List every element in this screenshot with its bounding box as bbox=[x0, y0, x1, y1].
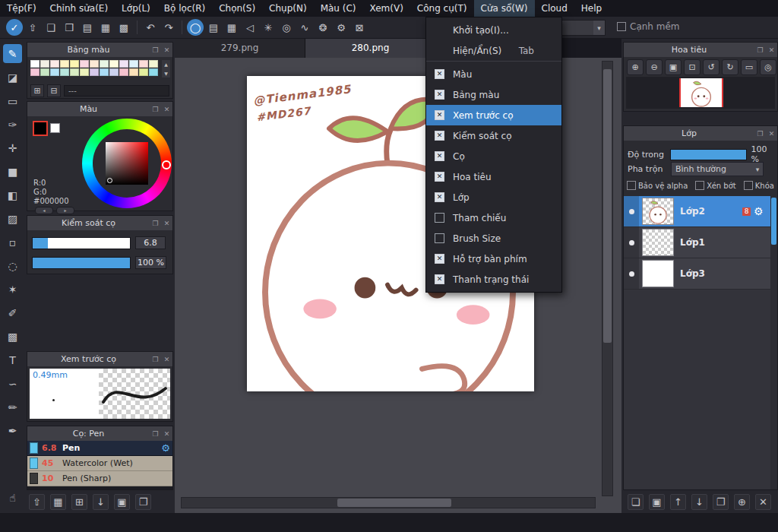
brush-row[interactable]: 45 Watercolor (Wet) ⚙ bbox=[27, 456, 172, 471]
scroll-up-icon[interactable]: ▲ bbox=[162, 60, 170, 69]
zoom-out-icon[interactable]: ⊖ bbox=[646, 59, 663, 75]
brush-size-value[interactable]: 6.8 bbox=[135, 236, 166, 249]
check-circle-icon[interactable]: ✓ bbox=[6, 19, 23, 36]
sort-icon[interactable]: ↓ bbox=[93, 494, 109, 510]
palette-swatch[interactable] bbox=[80, 60, 89, 68]
palette-swatch[interactable] bbox=[139, 68, 148, 76]
palette-swatch[interactable] bbox=[129, 68, 138, 76]
tab-280[interactable]: 280.png bbox=[305, 38, 436, 58]
palette-swatch[interactable] bbox=[129, 60, 138, 68]
scroll-down-icon[interactable]: ▼ bbox=[162, 69, 170, 78]
move-tool-icon[interactable]: ✛ bbox=[3, 138, 22, 157]
palette-swatch[interactable] bbox=[60, 60, 69, 68]
menu-item-show-hide[interactable]: Hiện/Ẩn(S) Tab bbox=[426, 40, 561, 62]
hand-tool-icon[interactable]: ☝ bbox=[3, 488, 22, 507]
palette-swatch[interactable] bbox=[50, 68, 59, 76]
eyedropper-tool-icon[interactable]: ✒ bbox=[3, 421, 22, 440]
eraser-tool-icon[interactable]: ◪ bbox=[3, 68, 22, 87]
layer-visibility-toggle[interactable] bbox=[624, 227, 639, 258]
menu-edit[interactable]: Chỉnh sửa(E) bbox=[43, 0, 115, 17]
menu-item-brush-control[interactable]: Kiểm soát cọ bbox=[426, 125, 561, 146]
scrollbar-thumb[interactable] bbox=[771, 198, 776, 245]
note-icon[interactable]: ❒ bbox=[61, 19, 77, 36]
prev-color-icon[interactable]: ◂ bbox=[35, 207, 53, 214]
menu-file[interactable]: Tệp(F) bbox=[0, 0, 43, 17]
hatch-icon[interactable]: ▤ bbox=[205, 19, 222, 36]
palette-swatch[interactable] bbox=[40, 68, 49, 76]
blend-mode-select[interactable]: Bình thường ▾ bbox=[671, 162, 764, 176]
reset-view-icon[interactable]: ◎ bbox=[760, 59, 776, 75]
canvas-vertical-scrollbar[interactable] bbox=[602, 61, 613, 496]
menu-tool[interactable]: Công cụ(T) bbox=[410, 0, 474, 17]
brush-row[interactable]: 10 Pen (Sharp) ⚙ bbox=[27, 471, 172, 486]
rotate-right-icon[interactable]: ↻ bbox=[722, 59, 738, 75]
popout-icon[interactable]: ❐ bbox=[150, 46, 161, 54]
palette-swatch[interactable] bbox=[119, 60, 128, 68]
close-icon[interactable]: ✕ bbox=[766, 46, 777, 54]
layer-option[interactable]: Khóa bbox=[744, 181, 774, 190]
menu-item-navigator[interactable]: Hoa tiêu bbox=[426, 166, 561, 187]
popout-icon[interactable]: ❐ bbox=[754, 130, 766, 138]
palette-swatch[interactable] bbox=[100, 68, 109, 76]
shape-tool-icon[interactable]: ■ bbox=[3, 162, 22, 181]
menu-snap[interactable]: Chụp(N) bbox=[262, 0, 314, 17]
close-icon[interactable]: ✕ bbox=[161, 220, 172, 227]
popout-icon[interactable]: ❐ bbox=[150, 220, 161, 227]
menu-item-reference[interactable]: Tham chiếu bbox=[426, 207, 561, 228]
ellipse-marquee-tool-icon[interactable]: ◌ bbox=[3, 256, 22, 275]
palette-swatch[interactable] bbox=[60, 68, 69, 76]
add-brush-icon[interactable]: ⊞ bbox=[71, 494, 87, 510]
saturation-value-box[interactable] bbox=[106, 142, 148, 185]
close-icon[interactable]: ✕ bbox=[161, 356, 172, 363]
gear-icon[interactable]: ⚙ bbox=[161, 442, 170, 454]
gear-icon[interactable]: ⚙ bbox=[333, 19, 349, 36]
palette-swatch[interactable] bbox=[90, 60, 99, 68]
menu-view[interactable]: Xem(V) bbox=[363, 0, 410, 17]
menu-item-brush[interactable]: Cọ bbox=[426, 146, 561, 166]
close-icon[interactable]: ✕ bbox=[766, 130, 777, 138]
palette-divider-field[interactable]: --- bbox=[64, 85, 169, 97]
line-tool-icon[interactable]: ✑ bbox=[3, 115, 22, 134]
select-tool-icon[interactable]: ▭ bbox=[3, 91, 22, 110]
palette-scrollbar[interactable]: ▲ ▼ bbox=[162, 60, 170, 78]
menu-window[interactable]: Cửa sổ(W) bbox=[474, 0, 535, 17]
layer-option-checkbox[interactable] bbox=[744, 181, 753, 190]
close-icon[interactable]: ✕ bbox=[161, 106, 172, 113]
menu-select[interactable]: Chọn(S) bbox=[212, 0, 262, 17]
hue-indicator[interactable] bbox=[162, 160, 171, 169]
layer-row[interactable]: Lớp1 ⚙ bbox=[624, 227, 770, 258]
scrollbar-thumb[interactable] bbox=[337, 499, 451, 507]
soft-edge-option[interactable]: Cạnh mềm bbox=[617, 21, 680, 32]
navigator-view[interactable] bbox=[626, 77, 775, 109]
menu-item-init[interactable]: Khởi tạo(I)... bbox=[426, 20, 561, 40]
scrollbar-thumb[interactable] bbox=[603, 69, 612, 343]
brush-row[interactable]: 6.8 Pen ⚙ bbox=[27, 441, 172, 456]
layer-visibility-toggle[interactable] bbox=[624, 196, 639, 226]
select-pen-tool-icon[interactable]: ✐ bbox=[3, 303, 22, 322]
palette-swatch[interactable] bbox=[70, 68, 79, 76]
menu-color[interactable]: Màu (C) bbox=[314, 0, 363, 17]
menu-cloud[interactable]: Cloud bbox=[535, 0, 574, 17]
palette-swatch[interactable] bbox=[30, 60, 40, 68]
gear-icon[interactable]: ⚙ bbox=[754, 205, 767, 217]
layer-row[interactable]: Lớp2 8 ⚙ bbox=[624, 196, 770, 227]
tab-279[interactable]: 279.png bbox=[175, 38, 305, 58]
menu-item-key-support[interactable]: Hỗ trợ bàn phím bbox=[426, 249, 561, 269]
undo-icon[interactable]: ↶ bbox=[142, 19, 159, 36]
layer-row[interactable]: Lớp3 ⚙ bbox=[624, 258, 770, 290]
brush-opacity-value[interactable]: 100 % bbox=[135, 256, 166, 269]
add-layer-icon[interactable]: ❏ bbox=[628, 494, 644, 510]
popout-icon[interactable]: ❐ bbox=[150, 106, 161, 113]
delete-swatch-icon[interactable]: ⊟ bbox=[47, 84, 61, 97]
palette-swatch[interactable] bbox=[149, 60, 158, 68]
palette-swatch[interactable] bbox=[40, 60, 49, 68]
table-edit-icon[interactable]: ▩ bbox=[115, 19, 132, 36]
foreground-color-swatch[interactable] bbox=[33, 121, 48, 136]
layer-option[interactable]: Bảo vệ alpha bbox=[627, 181, 688, 190]
comment-icon[interactable]: ❑ bbox=[43, 19, 59, 36]
close-icon[interactable]: ✕ bbox=[161, 46, 172, 54]
crop-icon[interactable]: ▭ bbox=[741, 59, 757, 75]
layer-down-icon[interactable]: ↓ bbox=[691, 494, 707, 510]
menu-item-palette[interactable]: Bảng màu bbox=[426, 84, 561, 105]
layer-up-icon[interactable]: ↑ bbox=[670, 494, 686, 510]
